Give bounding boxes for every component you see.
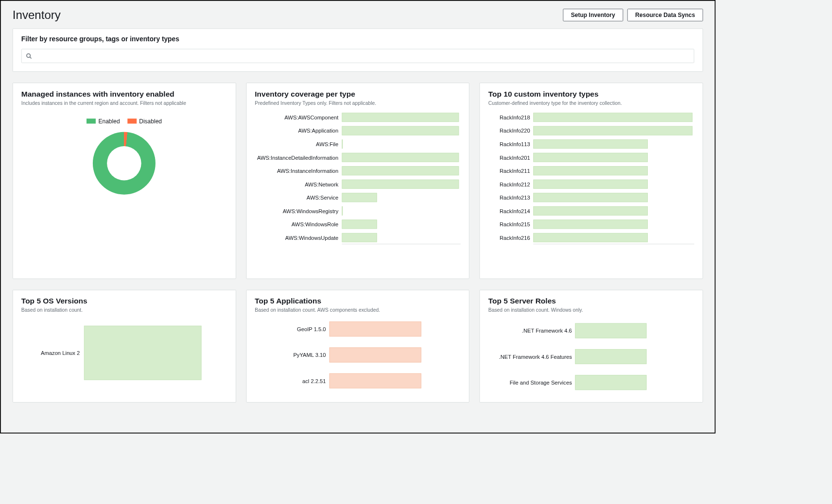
bar-row: AWS:InstanceInformation [255, 166, 459, 175]
bar-track [342, 193, 459, 202]
bar-label: Amazon Linux 2 [21, 350, 84, 356]
bar-label: AWS:WindowsRole [255, 221, 338, 227]
bar-row: RackInfo215 [488, 219, 693, 229]
bar-fill [534, 233, 648, 242]
bar-row: RackInfo212 [488, 180, 693, 189]
bar-fill [342, 206, 343, 216]
bar-label: AWS:Network [255, 181, 338, 187]
bar-fill [534, 139, 648, 149]
bar-row: AWS:File [255, 139, 459, 149]
bar-track [534, 219, 693, 229]
bar-track [329, 321, 461, 336]
bar-fill [329, 373, 421, 388]
app-bar-list: GeoIP 1.5.0 PyYAML 3.10 acl 2.2.51 [255, 321, 461, 388]
card-subtitle: Based on installation count. Windows onl… [488, 307, 694, 313]
search-icon [26, 53, 32, 59]
bar-fill [84, 326, 202, 380]
bar-fill [342, 126, 459, 135]
bar-row: AWS:WindowsUpdate [255, 233, 459, 242]
card-title: Top 5 OS Versions [21, 297, 227, 305]
bar-row: AWS:WindowsRegistry [255, 206, 459, 216]
card-managed-instances: Managed instances with inventory enabled… [13, 83, 236, 279]
bar-row: RackInfo211 [488, 166, 693, 175]
svg-point-0 [27, 54, 31, 58]
bar-track [534, 139, 693, 149]
swatch-icon [127, 118, 137, 123]
card-title: Inventory coverage per type [255, 90, 461, 99]
bar-track [342, 206, 459, 216]
bar-fill [342, 153, 459, 162]
bar-track [342, 233, 459, 242]
bar-label: AWS:Application [255, 128, 338, 134]
bar-label: RackInfo220 [488, 128, 530, 134]
page-header: Inventory Setup Inventory Resource Data … [13, 8, 703, 22]
bar-track [534, 233, 693, 242]
card-subtitle: Includes instances in the current region… [21, 100, 227, 106]
bar-label: .NET Framework 4.6 [488, 328, 572, 334]
bar-fill [342, 193, 377, 202]
bar-track [342, 153, 459, 162]
card-custom-types: Top 10 custom inventory types Customer-d… [480, 83, 703, 279]
bar-row: .NET Framework 4.6 [488, 323, 694, 338]
bar-row: RackInfo213 [488, 193, 693, 202]
legend-label: Disabled [139, 118, 162, 125]
bar-track [342, 219, 459, 229]
card-subtitle: Based on installation count. [21, 307, 227, 313]
card-os-versions: Top 5 OS Versions Based on installation … [13, 290, 236, 403]
bar-track [575, 323, 694, 338]
bar-track [84, 326, 227, 380]
bar-fill [534, 193, 648, 202]
bar-fill [342, 139, 343, 149]
bar-fill [534, 153, 648, 162]
card-title: Top 5 Server Roles [488, 297, 694, 305]
bar-row: .NET Framework 4.6 Features [488, 349, 694, 364]
bar-label: RackInfo215 [488, 221, 530, 227]
card-title: Top 5 Applications [255, 297, 461, 305]
bar-row: RackInfo214 [488, 206, 693, 216]
bar-label: AWS:InstanceInformation [255, 168, 338, 174]
bar-fill [342, 219, 377, 229]
bar-row: AWS:AWSComponent [255, 113, 459, 122]
bar-track [534, 193, 693, 202]
bar-label: AWS:AWSComponent [255, 114, 338, 120]
axis-baseline [534, 244, 694, 244]
bar-label: RackInfo212 [488, 181, 530, 187]
card-subtitle: Based on installation count. AWS compone… [255, 307, 461, 313]
bar-track [534, 180, 693, 189]
filter-panel: Filter by resource groups, tags or inven… [13, 28, 703, 71]
coverage-bar-list: AWS:AWSComponent AWS:Application AWS:Fil… [255, 113, 461, 242]
filter-input[interactable] [35, 52, 690, 59]
bar-fill [534, 113, 693, 122]
bar-fill [342, 166, 459, 175]
bar-label: RackInfo218 [488, 114, 530, 120]
filter-search[interactable] [21, 49, 694, 63]
bar-track [342, 113, 459, 122]
bar-fill [534, 206, 648, 216]
bar-row: acl 2.2.51 [255, 373, 461, 388]
bar-label: AWS:WindowsUpdate [255, 235, 338, 241]
bar-row: AWS:InstanceDetailedInformation [255, 153, 459, 162]
setup-inventory-button[interactable]: Setup Inventory [563, 9, 623, 21]
card-subtitle: Predefined Inventory Types only. Filters… [255, 100, 461, 106]
bar-track [575, 375, 694, 390]
page-title: Inventory [13, 8, 61, 22]
bar-fill [534, 126, 693, 135]
resource-data-syncs-button[interactable]: Resource Data Syncs [627, 9, 703, 21]
bar-fill [342, 233, 377, 242]
bar-fill [534, 219, 648, 229]
bar-label: GeoIP 1.5.0 [255, 326, 326, 332]
bar-fill [575, 323, 647, 338]
bar-fill [329, 321, 421, 336]
swatch-icon [87, 118, 96, 123]
bar-label: .NET Framework 4.6 Features [488, 353, 572, 360]
bar-track [534, 153, 693, 162]
bar-fill [342, 180, 459, 189]
card-coverage: Inventory coverage per type Predefined I… [246, 83, 469, 279]
donut-legend: Enabled Disabled [21, 118, 227, 125]
filter-title: Filter by resource groups, tags or inven… [21, 35, 694, 43]
donut-chart [93, 132, 156, 195]
bar-track [342, 166, 459, 175]
bar-label: AWS:WindowsRegistry [255, 208, 338, 214]
card-server-roles: Top 5 Server Roles Based on installation… [480, 290, 703, 403]
bar-label: AWS:Service [255, 194, 338, 201]
